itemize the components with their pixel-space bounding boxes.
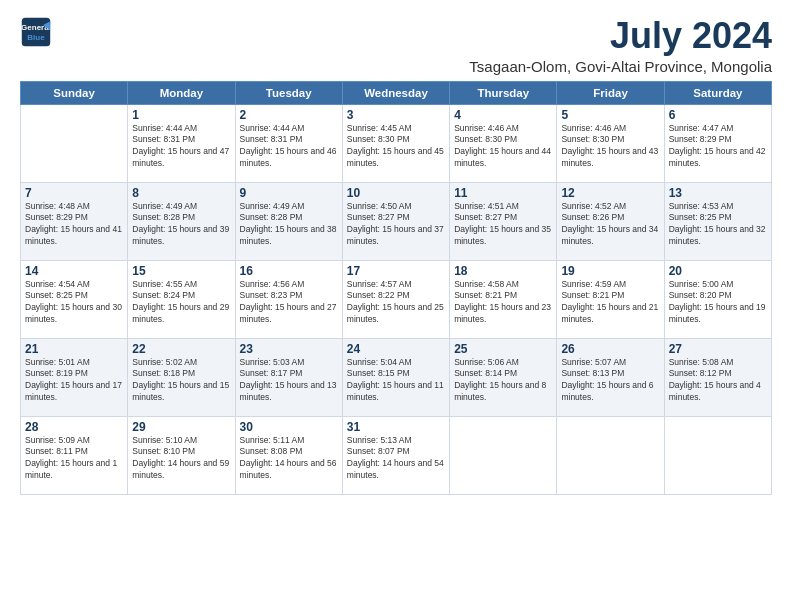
day-number: 11 (454, 186, 552, 200)
table-row: 1Sunrise: 4:44 AMSunset: 8:31 PMDaylight… (128, 104, 235, 182)
day-number: 26 (561, 342, 659, 356)
day-info: Sunrise: 4:53 AMSunset: 8:25 PMDaylight:… (669, 201, 767, 249)
day-info: Sunrise: 5:01 AMSunset: 8:19 PMDaylight:… (25, 357, 123, 405)
day-info: Sunrise: 4:51 AMSunset: 8:27 PMDaylight:… (454, 201, 552, 249)
day-info: Sunrise: 4:48 AMSunset: 8:29 PMDaylight:… (25, 201, 123, 249)
day-info: Sunrise: 5:00 AMSunset: 8:20 PMDaylight:… (669, 279, 767, 327)
day-info: Sunrise: 5:10 AMSunset: 8:10 PMDaylight:… (132, 435, 230, 483)
title-block: July 2024 Tsagaan-Olom, Govi-Altai Provi… (469, 16, 772, 75)
day-number: 30 (240, 420, 338, 434)
day-number: 17 (347, 264, 445, 278)
table-row: 22Sunrise: 5:02 AMSunset: 8:18 PMDayligh… (128, 338, 235, 416)
day-info: Sunrise: 5:04 AMSunset: 8:15 PMDaylight:… (347, 357, 445, 405)
day-info: Sunrise: 4:49 AMSunset: 8:28 PMDaylight:… (240, 201, 338, 249)
day-info: Sunrise: 4:59 AMSunset: 8:21 PMDaylight:… (561, 279, 659, 327)
day-info: Sunrise: 4:50 AMSunset: 8:27 PMDaylight:… (347, 201, 445, 249)
day-info: Sunrise: 5:02 AMSunset: 8:18 PMDaylight:… (132, 357, 230, 405)
table-row: 16Sunrise: 4:56 AMSunset: 8:23 PMDayligh… (235, 260, 342, 338)
day-info: Sunrise: 4:45 AMSunset: 8:30 PMDaylight:… (347, 123, 445, 171)
day-number: 24 (347, 342, 445, 356)
day-info: Sunrise: 4:46 AMSunset: 8:30 PMDaylight:… (454, 123, 552, 171)
day-info: Sunrise: 4:57 AMSunset: 8:22 PMDaylight:… (347, 279, 445, 327)
table-row: 10Sunrise: 4:50 AMSunset: 8:27 PMDayligh… (342, 182, 449, 260)
day-number: 29 (132, 420, 230, 434)
day-info: Sunrise: 4:54 AMSunset: 8:25 PMDaylight:… (25, 279, 123, 327)
day-info: Sunrise: 5:11 AMSunset: 8:08 PMDaylight:… (240, 435, 338, 483)
day-info: Sunrise: 5:13 AMSunset: 8:07 PMDaylight:… (347, 435, 445, 483)
day-number: 15 (132, 264, 230, 278)
calendar-week-row: 21Sunrise: 5:01 AMSunset: 8:19 PMDayligh… (21, 338, 772, 416)
day-info: Sunrise: 4:47 AMSunset: 8:29 PMDaylight:… (669, 123, 767, 171)
day-number: 18 (454, 264, 552, 278)
day-number: 28 (25, 420, 123, 434)
day-number: 27 (669, 342, 767, 356)
table-row: 25Sunrise: 5:06 AMSunset: 8:14 PMDayligh… (450, 338, 557, 416)
table-row: 24Sunrise: 5:04 AMSunset: 8:15 PMDayligh… (342, 338, 449, 416)
header-thursday: Thursday (450, 81, 557, 104)
table-row: 5Sunrise: 4:46 AMSunset: 8:30 PMDaylight… (557, 104, 664, 182)
table-row: 14Sunrise: 4:54 AMSunset: 8:25 PMDayligh… (21, 260, 128, 338)
table-row: 8Sunrise: 4:49 AMSunset: 8:28 PMDaylight… (128, 182, 235, 260)
calendar-table: Sunday Monday Tuesday Wednesday Thursday… (20, 81, 772, 495)
table-row: 21Sunrise: 5:01 AMSunset: 8:19 PMDayligh… (21, 338, 128, 416)
subtitle: Tsagaan-Olom, Govi-Altai Province, Mongo… (469, 58, 772, 75)
header-monday: Monday (128, 81, 235, 104)
day-number: 21 (25, 342, 123, 356)
table-row: 31Sunrise: 5:13 AMSunset: 8:07 PMDayligh… (342, 416, 449, 494)
weekday-header-row: Sunday Monday Tuesday Wednesday Thursday… (21, 81, 772, 104)
main-title: July 2024 (469, 16, 772, 56)
day-number: 22 (132, 342, 230, 356)
table-row: 12Sunrise: 4:52 AMSunset: 8:26 PMDayligh… (557, 182, 664, 260)
day-number: 2 (240, 108, 338, 122)
page: General Blue July 2024 Tsagaan-Olom, Gov… (0, 0, 792, 612)
table-row: 27Sunrise: 5:08 AMSunset: 8:12 PMDayligh… (664, 338, 771, 416)
day-number: 5 (561, 108, 659, 122)
calendar-week-row: 7Sunrise: 4:48 AMSunset: 8:29 PMDaylight… (21, 182, 772, 260)
table-row (557, 416, 664, 494)
day-number: 13 (669, 186, 767, 200)
day-number: 8 (132, 186, 230, 200)
table-row (664, 416, 771, 494)
day-number: 23 (240, 342, 338, 356)
day-info: Sunrise: 4:56 AMSunset: 8:23 PMDaylight:… (240, 279, 338, 327)
day-info: Sunrise: 5:08 AMSunset: 8:12 PMDaylight:… (669, 357, 767, 405)
table-row: 2Sunrise: 4:44 AMSunset: 8:31 PMDaylight… (235, 104, 342, 182)
header-wednesday: Wednesday (342, 81, 449, 104)
calendar-week-row: 28Sunrise: 5:09 AMSunset: 8:11 PMDayligh… (21, 416, 772, 494)
day-number: 1 (132, 108, 230, 122)
day-number: 25 (454, 342, 552, 356)
day-number: 9 (240, 186, 338, 200)
table-row: 20Sunrise: 5:00 AMSunset: 8:20 PMDayligh… (664, 260, 771, 338)
day-info: Sunrise: 5:06 AMSunset: 8:14 PMDaylight:… (454, 357, 552, 405)
table-row: 18Sunrise: 4:58 AMSunset: 8:21 PMDayligh… (450, 260, 557, 338)
day-info: Sunrise: 5:09 AMSunset: 8:11 PMDaylight:… (25, 435, 123, 483)
header-tuesday: Tuesday (235, 81, 342, 104)
day-info: Sunrise: 4:55 AMSunset: 8:24 PMDaylight:… (132, 279, 230, 327)
day-info: Sunrise: 5:03 AMSunset: 8:17 PMDaylight:… (240, 357, 338, 405)
table-row: 6Sunrise: 4:47 AMSunset: 8:29 PMDaylight… (664, 104, 771, 182)
table-row: 28Sunrise: 5:09 AMSunset: 8:11 PMDayligh… (21, 416, 128, 494)
logo: General Blue (20, 16, 52, 48)
table-row: 13Sunrise: 4:53 AMSunset: 8:25 PMDayligh… (664, 182, 771, 260)
header: General Blue July 2024 Tsagaan-Olom, Gov… (20, 16, 772, 75)
table-row: 23Sunrise: 5:03 AMSunset: 8:17 PMDayligh… (235, 338, 342, 416)
day-number: 3 (347, 108, 445, 122)
table-row: 3Sunrise: 4:45 AMSunset: 8:30 PMDaylight… (342, 104, 449, 182)
table-row: 11Sunrise: 4:51 AMSunset: 8:27 PMDayligh… (450, 182, 557, 260)
calendar-week-row: 14Sunrise: 4:54 AMSunset: 8:25 PMDayligh… (21, 260, 772, 338)
day-info: Sunrise: 4:44 AMSunset: 8:31 PMDaylight:… (240, 123, 338, 171)
table-row: 7Sunrise: 4:48 AMSunset: 8:29 PMDaylight… (21, 182, 128, 260)
header-friday: Friday (557, 81, 664, 104)
day-number: 10 (347, 186, 445, 200)
calendar-week-row: 1Sunrise: 4:44 AMSunset: 8:31 PMDaylight… (21, 104, 772, 182)
day-info: Sunrise: 4:46 AMSunset: 8:30 PMDaylight:… (561, 123, 659, 171)
day-info: Sunrise: 4:49 AMSunset: 8:28 PMDaylight:… (132, 201, 230, 249)
day-number: 7 (25, 186, 123, 200)
day-number: 16 (240, 264, 338, 278)
day-number: 31 (347, 420, 445, 434)
day-number: 19 (561, 264, 659, 278)
table-row (21, 104, 128, 182)
header-saturday: Saturday (664, 81, 771, 104)
day-info: Sunrise: 4:58 AMSunset: 8:21 PMDaylight:… (454, 279, 552, 327)
header-sunday: Sunday (21, 81, 128, 104)
